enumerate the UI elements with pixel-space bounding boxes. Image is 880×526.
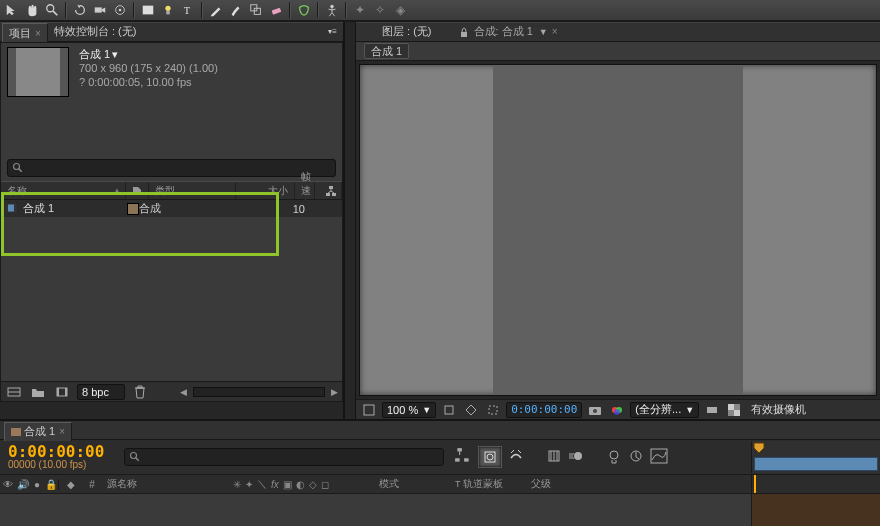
comp-thumbnail[interactable]	[7, 47, 69, 97]
col-eye-icon[interactable]: 👁	[0, 479, 16, 490]
col-type[interactable]: 类型	[149, 182, 236, 199]
current-time-display[interactable]: 0:00:00:00	[506, 402, 582, 418]
fast-preview-icon[interactable]	[703, 402, 721, 418]
svg-rect-46	[734, 410, 740, 416]
svg-point-18	[14, 164, 20, 170]
svg-rect-5	[143, 6, 154, 15]
scroll-right-icon[interactable]: ▶	[331, 387, 338, 397]
hand-tool[interactable]	[23, 1, 41, 19]
col-source-name[interactable]: 源名称	[101, 477, 227, 491]
col-mode[interactable]: 模式	[373, 477, 449, 491]
timeline-search[interactable]	[124, 448, 444, 466]
eraser-tool[interactable]	[267, 1, 285, 19]
col-fps[interactable]: 帧速率	[295, 182, 315, 199]
brainstorm-icon[interactable]	[606, 448, 622, 466]
col-switches[interactable]: ✳✦＼fx▣◐◇◻	[227, 477, 373, 491]
axis-local[interactable]: ✦	[351, 1, 369, 19]
toggle-mask-icon[interactable]	[462, 402, 480, 418]
new-comp-icon[interactable]	[53, 384, 71, 400]
timeline-track-area[interactable]	[751, 494, 880, 526]
zoom-dropdown[interactable]: 100 %▼	[382, 402, 436, 418]
scroll-left-icon[interactable]: ◀	[180, 387, 187, 397]
fx-controls-tab[interactable]: 特效控制台 : (无)	[48, 23, 143, 41]
hide-shy-icon[interactable]	[508, 448, 524, 466]
col-lock-icon[interactable]: 🔒	[44, 479, 58, 490]
timeline-navigator[interactable]	[751, 441, 880, 473]
svg-line-16	[329, 13, 332, 17]
auto-keyframe-icon[interactable]	[628, 448, 644, 466]
label-swatch[interactable]	[127, 203, 139, 215]
col-audio-icon[interactable]: 🔊	[16, 479, 30, 490]
comp-mini-flowchart-icon[interactable]	[454, 447, 472, 467]
rotate-tool[interactable]	[71, 1, 89, 19]
panel-gutter[interactable]	[345, 22, 356, 419]
lock-icon[interactable]	[458, 26, 470, 38]
timeline-tab[interactable]: 合成 1 ×	[4, 422, 72, 441]
selection-tool[interactable]	[3, 1, 21, 19]
close-icon[interactable]: ×	[552, 26, 558, 37]
axis-view[interactable]: ◈	[391, 1, 409, 19]
flowchart-icon[interactable]	[315, 182, 342, 199]
col-track-matte[interactable]: T 轨道蒙板	[449, 477, 525, 491]
draft-3d-toggle[interactable]	[478, 446, 502, 468]
composition-viewer[interactable]	[359, 64, 877, 396]
work-area-bar[interactable]	[754, 457, 878, 471]
breadcrumb-item[interactable]: 合成 1	[364, 43, 409, 59]
resolution-dropdown[interactable]: (全分辨...▼	[630, 402, 699, 418]
brush-tool[interactable]	[227, 1, 245, 19]
chevron-down-icon[interactable]: ▾	[112, 48, 118, 60]
close-icon[interactable]: ×	[35, 28, 41, 39]
light-tool[interactable]	[159, 1, 177, 19]
interpret-footage-icon[interactable]	[5, 384, 23, 400]
col-label[interactable]: ◆	[58, 479, 83, 490]
cti-marker-icon[interactable]	[752, 441, 766, 455]
project-row[interactable]: 合成 1 合成 10	[1, 200, 342, 217]
col-size[interactable]: 大小	[236, 182, 295, 199]
always-preview-icon[interactable]	[360, 402, 378, 418]
new-folder-icon[interactable]	[29, 384, 47, 400]
search-input[interactable]	[24, 161, 331, 175]
label: 特效控制台 : (无)	[54, 24, 137, 39]
timeline-search-input[interactable]	[141, 449, 439, 466]
camera-dropdown[interactable]: 有效摄像机	[747, 402, 876, 417]
timeline-layer-area[interactable]	[0, 494, 880, 526]
snapshot-icon[interactable]	[586, 402, 604, 418]
motion-blur-icon[interactable]	[568, 448, 584, 466]
current-time-indicator[interactable]	[754, 475, 756, 493]
layer-tab[interactable]: 图层 : (无)	[376, 23, 438, 41]
camera-tool[interactable]	[91, 1, 109, 19]
zoom-tool[interactable]	[43, 1, 61, 19]
project-search[interactable]	[7, 159, 336, 177]
horiz-scrollbar[interactable]	[193, 387, 325, 397]
show-channel-icon[interactable]	[608, 402, 626, 418]
time-ruler[interactable]	[751, 475, 880, 493]
col-name[interactable]: 名称▲	[1, 182, 126, 199]
grid-icon[interactable]	[440, 402, 458, 418]
project-tab[interactable]: 项目×	[2, 23, 48, 42]
bit-depth-button[interactable]: 8 bpc	[77, 384, 125, 400]
col-index[interactable]: #	[83, 479, 101, 490]
close-icon[interactable]: ×	[59, 426, 65, 437]
roto-tool[interactable]	[295, 1, 313, 19]
graph-editor-icon[interactable]	[650, 448, 668, 466]
trash-icon[interactable]	[131, 384, 149, 400]
frame-blend-icon[interactable]	[546, 448, 562, 466]
type-tool[interactable]: T	[179, 1, 197, 19]
puppet-tool[interactable]	[323, 1, 341, 19]
timecode[interactable]: 0:00:00:00	[8, 445, 104, 459]
col-solo-icon[interactable]: ●	[30, 479, 44, 490]
transparency-grid-icon[interactable]	[725, 402, 743, 418]
comp-tab-dropdown[interactable]: 合成: 合成 1▼	[474, 24, 548, 39]
clone-tool[interactable]	[247, 1, 265, 19]
roi-icon[interactable]	[484, 402, 502, 418]
svg-rect-33	[65, 388, 67, 396]
pen-tool[interactable]	[207, 1, 225, 19]
col-parent[interactable]: 父级	[525, 477, 611, 491]
svg-point-39	[593, 409, 597, 413]
axis-world[interactable]: ✧	[371, 1, 389, 19]
composition-canvas[interactable]	[493, 65, 743, 396]
rect-tool[interactable]	[139, 1, 157, 19]
panel-menu-icon[interactable]: ▾≡	[328, 27, 337, 36]
col-label[interactable]	[126, 182, 149, 199]
pan-behind-tool[interactable]	[111, 1, 129, 19]
